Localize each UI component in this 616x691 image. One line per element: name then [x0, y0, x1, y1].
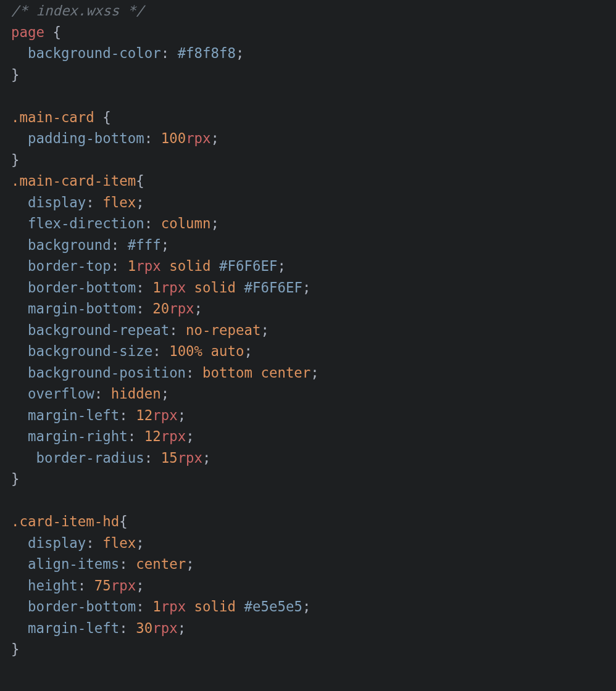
code-token: : — [144, 130, 152, 146]
code-token: : — [161, 45, 169, 61]
code-line: background: #fff; — [11, 237, 169, 253]
code-token: ; — [211, 130, 219, 146]
code-line: background-repeat: no-repeat; — [11, 322, 269, 338]
code-token: : — [86, 535, 94, 551]
code-line: background-size: 100% auto; — [11, 343, 252, 359]
code-token: { — [136, 173, 144, 189]
code-token: border-bottom — [28, 598, 136, 614]
code-token: ; — [178, 620, 186, 636]
code-token: center — [136, 556, 186, 572]
code-token: no-repeat — [186, 322, 260, 338]
code-token: rpx — [152, 407, 177, 423]
code-line: } — [11, 152, 19, 168]
code-token: : — [152, 343, 160, 359]
code-token — [236, 598, 244, 614]
code-line: .main-card-item{ — [11, 173, 144, 189]
code-token: 15 — [161, 450, 178, 466]
code-token: ; — [211, 215, 219, 231]
code-token: : — [78, 577, 86, 594]
code-line: display: flex; — [11, 194, 144, 210]
code-editor[interactable]: /* index.wxss */ page { background-color… — [0, 0, 616, 660]
code-token: : — [136, 279, 144, 296]
code-token — [194, 365, 202, 381]
code-token: } — [11, 471, 19, 487]
code-token — [11, 194, 28, 210]
code-token — [44, 24, 52, 40]
code-token — [186, 598, 194, 614]
code-token — [144, 279, 152, 296]
code-line: .main-card { — [11, 109, 111, 125]
code-line: margin-bottom: 20rpx; — [11, 300, 202, 317]
code-token: ; — [186, 556, 194, 572]
code-token: solid — [169, 258, 210, 274]
code-token: hidden — [111, 386, 161, 402]
code-token: ; — [194, 300, 202, 317]
code-line: height: 75rpx; — [11, 577, 144, 594]
code-token: #f8f8f8 — [178, 45, 236, 61]
code-token: page — [11, 24, 44, 40]
code-token: : — [94, 386, 102, 402]
code-token — [11, 428, 28, 444]
code-token: ; — [161, 237, 169, 253]
code-token: { — [119, 513, 127, 529]
code-token — [94, 194, 102, 210]
code-token: height — [28, 577, 78, 594]
code-token — [211, 258, 219, 274]
code-token: } — [11, 67, 19, 83]
code-token: margin-bottom — [28, 300, 136, 317]
code-token: ; — [186, 428, 194, 444]
code-token: 75 — [94, 577, 111, 594]
code-token: { — [52, 24, 60, 40]
code-token: bottom — [202, 365, 252, 381]
code-token: : — [136, 598, 144, 614]
code-token — [11, 130, 28, 146]
code-token — [94, 535, 102, 551]
code-token: ; — [277, 258, 285, 274]
code-token: solid — [194, 598, 236, 614]
code-token: : — [111, 258, 119, 274]
code-token: : — [119, 407, 127, 423]
code-token — [11, 279, 28, 296]
code-token: flex — [102, 194, 136, 210]
code-token: : — [111, 237, 119, 253]
code-token — [11, 598, 28, 614]
code-token — [119, 258, 127, 274]
code-token: margin-right — [28, 428, 128, 444]
code-token: 1 — [128, 258, 136, 274]
code-token: ; — [161, 386, 169, 402]
code-token: 12 — [144, 428, 161, 444]
code-token: 100% — [169, 343, 202, 359]
code-token: align-items — [28, 556, 119, 572]
code-token — [11, 450, 36, 466]
code-line: background-position: bottom center; — [11, 365, 319, 381]
code-token — [102, 386, 110, 402]
code-token: rpx — [169, 300, 194, 317]
code-line: display: flex; — [11, 535, 144, 551]
code-token — [119, 237, 127, 253]
code-token — [128, 556, 136, 572]
code-token: background-position — [28, 365, 186, 381]
code-token: ; — [302, 598, 310, 614]
code-token — [11, 45, 28, 61]
code-token: center — [260, 365, 310, 381]
code-token — [161, 343, 169, 359]
code-line: margin-left: 30rpx; — [11, 620, 186, 636]
code-token: : — [186, 365, 194, 381]
code-token: ; — [310, 365, 318, 381]
code-token — [152, 130, 160, 146]
code-token — [11, 535, 28, 551]
code-token — [11, 322, 28, 338]
code-token: : — [128, 428, 136, 444]
code-token: 20 — [152, 300, 169, 317]
code-token: 12 — [136, 407, 152, 423]
code-line: page { — [11, 24, 61, 40]
code-token — [11, 386, 28, 402]
code-token: rpx — [111, 577, 136, 594]
code-token: ; — [178, 407, 186, 423]
code-token — [252, 365, 260, 381]
code-token: margin-left — [28, 407, 119, 423]
code-token: flex-direction — [28, 215, 144, 231]
code-token — [11, 620, 28, 636]
code-token: flex — [102, 535, 136, 551]
code-token: : — [119, 620, 127, 636]
